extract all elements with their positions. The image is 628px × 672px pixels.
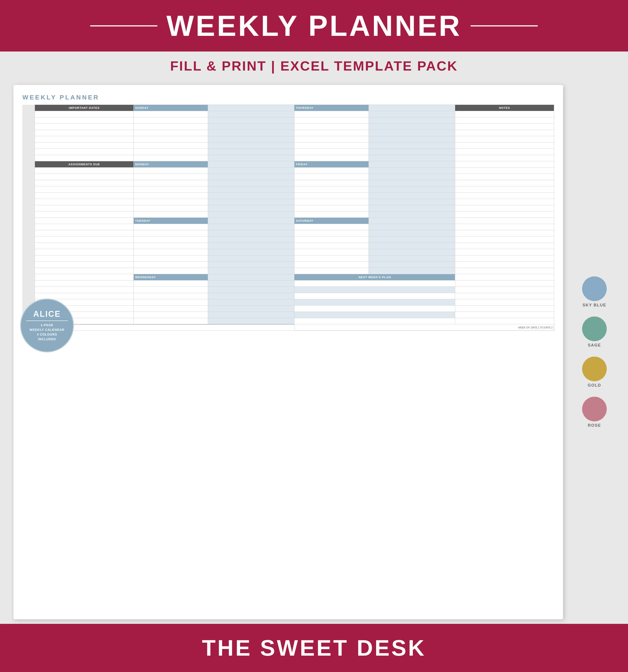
bottom-title: THE SWEET DESK bbox=[202, 635, 426, 661]
table-row bbox=[22, 237, 554, 243]
banner-title: WEEKLY PLANNER bbox=[166, 9, 461, 43]
table-row bbox=[22, 174, 554, 180]
table-row bbox=[22, 212, 554, 218]
col-tuesday: TUESDAY bbox=[134, 218, 208, 224]
table-row bbox=[22, 268, 554, 274]
col-notes: NOTES bbox=[455, 105, 554, 111]
header-row-1: IMPORTANT DATES SUNDAY THURSDAY NOTES bbox=[22, 105, 554, 111]
table-row bbox=[22, 299, 554, 306]
main-content: WEEKLY PLANNER IMPORTANT DATES SUNDAY TH… bbox=[0, 80, 628, 624]
alice-name: ALICE bbox=[33, 309, 61, 319]
col-saturday: SATURDAY bbox=[295, 218, 369, 224]
table-row bbox=[22, 193, 554, 199]
bottom-banner: THE SWEET DESK bbox=[0, 624, 628, 672]
col-assignments-due: ASSIGNMENTS DUE bbox=[35, 161, 134, 168]
table-row bbox=[22, 243, 554, 249]
subtitle-bar: FILL & PRINT | EXCEL TEMPLATE PACK bbox=[0, 51, 628, 80]
planner-header-label: WEEKLY PLANNER bbox=[22, 94, 554, 101]
top-banner: WEEKLY PLANNER bbox=[0, 0, 628, 51]
planner-card: WEEKLY PLANNER IMPORTANT DATES SUNDAY TH… bbox=[14, 85, 563, 619]
table-row bbox=[22, 199, 554, 205]
table-row bbox=[22, 224, 554, 230]
banner-line-right bbox=[471, 25, 538, 26]
swatch-circle-sage bbox=[582, 316, 607, 341]
table-row bbox=[22, 155, 554, 161]
swatch-sky-blue: SKY BLUE bbox=[582, 277, 607, 308]
table-row bbox=[22, 180, 554, 186]
alice-badge: ALICE 1-PAGE WEEKLY CALENDAR 4 COLOURS I… bbox=[20, 298, 74, 352]
swatch-gold: GOLD bbox=[582, 357, 607, 388]
table-row bbox=[22, 293, 554, 299]
planner-grid: IMPORTANT DATES SUNDAY THURSDAY NOTES AS… bbox=[22, 104, 554, 331]
table-row bbox=[22, 230, 554, 237]
table-row bbox=[22, 318, 554, 325]
table-row bbox=[22, 117, 554, 124]
footer-row: © THE SWEET DESK WEEK OF: DATE 1 TO DATE… bbox=[22, 325, 554, 331]
swatch-circle-gold bbox=[582, 357, 607, 381]
swatches-sidebar: SKY BLUE SAGE GOLD ROSE bbox=[574, 85, 614, 619]
col-important-dates: IMPORTANT DATES bbox=[35, 105, 134, 111]
table-row bbox=[22, 312, 554, 318]
col-wednesday: WEDNESDAY bbox=[134, 274, 208, 281]
table-row bbox=[22, 262, 554, 268]
week-of-text: WEEK OF: DATE 1 TO DATE 2 bbox=[295, 325, 554, 331]
table-row bbox=[22, 124, 554, 130]
swatch-label-sky-blue: SKY BLUE bbox=[582, 303, 606, 308]
swatch-sage: SAGE bbox=[582, 316, 607, 347]
table-row bbox=[22, 205, 554, 212]
table-row bbox=[22, 136, 554, 142]
col-monday: MONDAY bbox=[134, 161, 208, 168]
table-row bbox=[22, 281, 554, 287]
table-row bbox=[22, 255, 554, 262]
table-row bbox=[22, 287, 554, 293]
col-friday: FRIDAY bbox=[295, 161, 369, 168]
table-row bbox=[22, 186, 554, 193]
table-row bbox=[22, 142, 554, 149]
swatch-circle-sky-blue bbox=[582, 277, 607, 301]
table-row bbox=[22, 111, 554, 117]
subtitle-text: FILL & PRINT | EXCEL TEMPLATE PACK bbox=[14, 58, 614, 74]
table-row bbox=[22, 306, 554, 312]
table-row bbox=[22, 168, 554, 174]
alice-divider bbox=[26, 320, 68, 321]
header-row-4: WEDNESDAY NEXT WEEK'S PLAN bbox=[22, 274, 554, 281]
table-row bbox=[22, 249, 554, 255]
table-row bbox=[22, 130, 554, 136]
swatch-rose: ROSE bbox=[582, 397, 607, 428]
swatch-label-sage: SAGE bbox=[588, 343, 601, 347]
col-thursday: THURSDAY bbox=[295, 105, 369, 111]
col-sunday: SUNDAY bbox=[134, 105, 208, 111]
banner-line-left bbox=[90, 25, 157, 26]
alice-description: 1-PAGE WEEKLY CALENDAR 4 COLOURS INCLUDE… bbox=[29, 323, 65, 342]
col-next-week: NEXT WEEK'S PLAN bbox=[295, 274, 455, 281]
table-row bbox=[22, 149, 554, 155]
header-row-2: ASSIGNMENTS DUE MONDAY FRIDAY bbox=[22, 161, 554, 168]
swatch-circle-rose bbox=[582, 397, 607, 421]
swatch-label-rose: ROSE bbox=[588, 423, 601, 428]
header-row-3: TUESDAY SATURDAY bbox=[22, 218, 554, 224]
swatch-label-gold: GOLD bbox=[588, 383, 601, 388]
